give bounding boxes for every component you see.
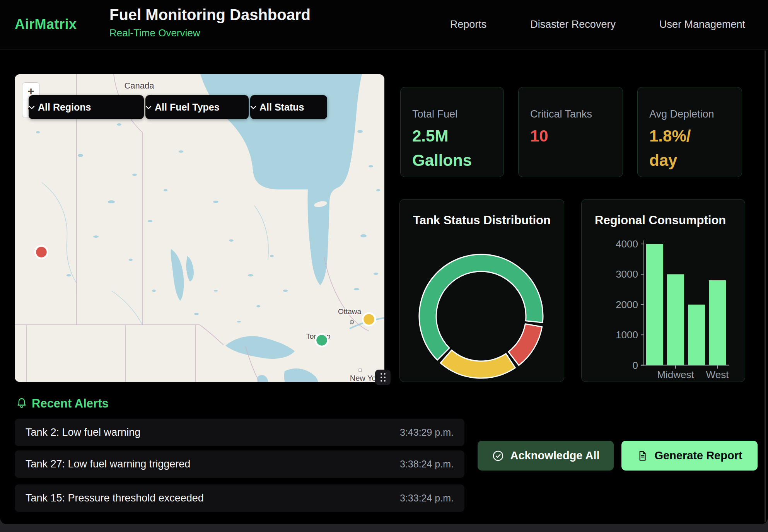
alert-timestamp: 3:33:24 p.m. xyxy=(400,493,454,504)
header: AirMatrix Fuel Monitoring Dashboard Real… xyxy=(0,0,768,49)
recent-alerts-title: Recent Alerts xyxy=(32,397,109,411)
chevron-down-icon xyxy=(250,106,256,109)
brand-logo: AirMatrix xyxy=(15,16,77,32)
nav-user-management[interactable]: User Management xyxy=(659,19,745,31)
bell-icon xyxy=(15,397,28,409)
bar-1 xyxy=(667,274,684,365)
alert-message: Tank 15: Pressure threshold exceeded xyxy=(26,492,204,504)
nav-disaster-recovery[interactable]: Disaster Recovery xyxy=(530,19,616,31)
y-axis-label: 2000 xyxy=(616,299,638,310)
check-circle-icon xyxy=(492,450,504,462)
main-nav: Reports Disaster Recovery User Managemen… xyxy=(450,0,745,49)
alert-row[interactable]: Tank 27: Low fuel warning triggered 3:38… xyxy=(15,450,464,478)
map-marker-critical[interactable] xyxy=(35,246,48,258)
map-filters: All Regions All Fuel Types All Status xyxy=(15,95,384,119)
dashboard-root: AirMatrix Fuel Monitoring Dashboard Real… xyxy=(0,0,768,524)
map-resize-handle-icon[interactable] xyxy=(375,370,391,385)
stat-card-total-fuel: Total Fuel 2.5MGallons xyxy=(400,87,504,177)
regional-consumption-chart-card: Regional Consumption 01000200030004000Mi… xyxy=(581,199,745,382)
chevron-down-icon xyxy=(145,106,152,109)
alert-row[interactable]: Tank 15: Pressure threshold exceeded 3:3… xyxy=(15,484,464,512)
page-title: Fuel Monitoring Dashboard xyxy=(109,6,311,24)
x-axis-label: West xyxy=(706,369,729,380)
status-filter-dropdown[interactable]: All Status xyxy=(250,95,327,119)
tank-map[interactable]: Canada Ottawa Toronto New York + − All R… xyxy=(15,74,384,382)
map-label-canada: Canada xyxy=(124,81,154,90)
y-axis-label: 0 xyxy=(633,360,638,371)
page-subtitle: Real-Time Overview xyxy=(109,27,200,39)
y-axis-label: 1000 xyxy=(616,329,638,341)
bar-0 xyxy=(646,244,663,365)
nav-reports[interactable]: Reports xyxy=(450,19,487,31)
y-axis-label: 4000 xyxy=(616,238,638,250)
alert-message: Tank 27: Low fuel warning triggered xyxy=(26,458,190,470)
alert-message: Tank 2: Low fuel warning xyxy=(26,426,140,438)
new-york-town-icon xyxy=(359,369,362,372)
bar-2 xyxy=(688,305,705,365)
alert-timestamp: 3:38:24 p.m. xyxy=(400,459,454,470)
tank-status-chart-card: Tank Status Distribution xyxy=(399,199,564,382)
x-axis-label: Midwest xyxy=(657,369,694,380)
alert-timestamp: 3:43:29 p.m. xyxy=(400,427,454,438)
stat-label: Total Fuel xyxy=(412,108,457,120)
map-marker-warning[interactable] xyxy=(363,313,375,326)
chart-title: Tank Status Distribution xyxy=(413,213,551,227)
map-canvas: Canada Ottawa Toronto New York xyxy=(15,74,384,382)
chart-title: Regional Consumption xyxy=(595,213,726,227)
stat-label: Avg Depletion xyxy=(649,108,714,120)
chevron-down-icon xyxy=(29,106,35,109)
map-label-ottawa: Ottawa xyxy=(338,307,362,315)
alert-row[interactable]: Tank 2: Low fuel warning 3:43:29 p.m. xyxy=(15,419,464,446)
stat-card-avg-depletion: Avg Depletion 1.8%/day xyxy=(637,87,742,177)
fuel-type-filter-dropdown[interactable]: All Fuel Types xyxy=(145,95,249,119)
y-axis-label: 3000 xyxy=(616,268,638,280)
region-filter-dropdown[interactable]: All Regions xyxy=(29,95,144,119)
acknowledge-all-button[interactable]: Acknowledge All xyxy=(478,441,614,471)
scrollbar[interactable] xyxy=(765,50,766,522)
generate-report-button[interactable]: Generate Report xyxy=(621,441,758,471)
map-marker-normal[interactable] xyxy=(316,334,328,346)
donut-segment-critical xyxy=(509,324,542,365)
stat-label: Critical Tanks xyxy=(530,108,592,120)
stat-value: 10 xyxy=(530,124,548,148)
donut-segment-warning xyxy=(440,350,515,379)
document-icon xyxy=(637,450,648,462)
bar-3 xyxy=(709,280,726,365)
stat-value: 1.8%/day xyxy=(649,124,691,172)
stat-card-critical-tanks: Critical Tanks 10 xyxy=(518,87,623,177)
stat-value: 2.5MGallons xyxy=(412,124,472,172)
